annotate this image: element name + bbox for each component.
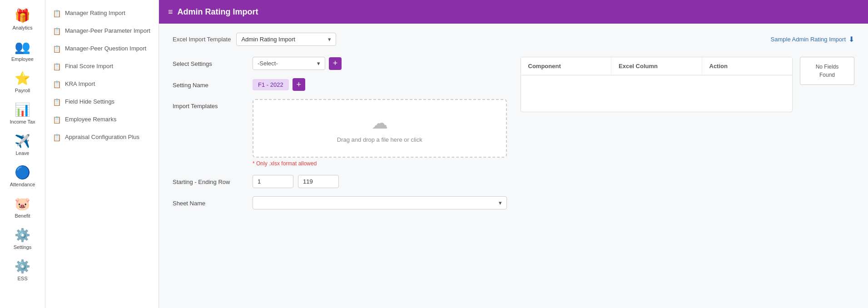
content-area: Excel Import Template Admin Rating Impor… [159, 24, 868, 308]
sample-label: Sample Admin Rating Import [771, 36, 846, 43]
cloud-upload-icon: ☁ [372, 114, 388, 133]
starting-row-input[interactable] [253, 175, 293, 188]
sidebar-icon-label-income-tax: Income Tax [10, 119, 35, 124]
header-menu-icon: ≡ [168, 7, 173, 17]
setting-name-row: Setting Name F1 - 2022 + [173, 78, 507, 91]
setting-name-badge: F1 - 2022 [253, 79, 289, 90]
sidebar-icon-benefit[interactable]: 🐷 Benefit [0, 192, 45, 223]
row-range-label: Starting - Ending Row [173, 175, 245, 185]
sidebar-icon-label-attendance: Attendance [10, 182, 35, 187]
nav-label-manager-peer-question-import: Manager-Peer Question Import [65, 45, 146, 53]
sheet-name-label: Sheet Name [173, 196, 245, 207]
sidebar-icon-analytics[interactable]: 🎁 Analytics [0, 4, 45, 35]
sidebar-icon-income-tax[interactable]: 📊 Income Tax [0, 98, 45, 129]
sidebar-nav-kra-import[interactable]: 📋 KRA Import [45, 75, 159, 93]
nav-icon-manager-peer-question-import: 📋 [53, 45, 61, 53]
sidebar-nav-manager-peer-parameter-import[interactable]: 📋 Manager-Peer Parameter Import [45, 22, 159, 40]
setting-name-label: Setting Name [173, 78, 245, 89]
template-label: Excel Import Template [173, 36, 231, 43]
select-settings-dropdown[interactable]: -Select- ▾ [253, 57, 325, 70]
right-panel-area: Component Excel Column Action No Fields … [521, 57, 855, 112]
nav-label-manager-peer-parameter-import: Manager-Peer Parameter Import [65, 27, 150, 35]
sheet-name-row: Sheet Name ▾ [173, 196, 507, 209]
download-icon: ⬇ [848, 35, 854, 44]
sample-link[interactable]: Sample Admin Rating Import ⬇ [771, 35, 854, 44]
nav-label-field-hide-settings: Field Hide Settings [65, 98, 114, 106]
add-setting-button[interactable]: + [329, 57, 342, 70]
nav-icon-manager-rating-import: 📋 [53, 10, 61, 18]
template-chevron-icon: ▾ [328, 36, 331, 43]
top-bar-left: Excel Import Template Admin Rating Impor… [173, 33, 336, 46]
select-settings-controls: -Select- ▾ + [253, 57, 507, 70]
nav-icon-field-hide-settings: 📋 [53, 98, 61, 106]
template-value: Admin Rating Import [241, 36, 295, 43]
col-action: Action [702, 57, 793, 75]
col-component: Component [521, 57, 612, 75]
sidebar-nav-field-hide-settings[interactable]: 📋 Field Hide Settings [45, 93, 159, 111]
settings-icon: ⚙️ [15, 228, 30, 243]
sidebar-icon-label-ess: ESS [17, 276, 27, 281]
import-templates-row: Import Templates ☁ Drag and drop a file … [173, 99, 507, 167]
benefit-icon: 🐷 [15, 196, 30, 211]
import-templates-label: Import Templates [173, 99, 245, 109]
nav-label-appraisal-configuration-plus: Appraisal Configuration Plus [65, 133, 139, 141]
nav-icon-manager-peer-parameter-import: 📋 [53, 27, 61, 35]
table-header: Component Excel Column Action [521, 57, 793, 75]
sidebar-nav-final-score-import[interactable]: 📋 Final Score Import [45, 58, 159, 75]
ess-icon: ⚙️ [15, 259, 30, 274]
row-inputs [253, 175, 507, 188]
sidebar-nav-manager-peer-question-import[interactable]: 📋 Manager-Peer Question Import [45, 40, 159, 58]
file-upload-area[interactable]: ☁ Drag and drop a file here or click [253, 99, 507, 158]
sidebar-nav-employee-remarks[interactable]: 📋 Employee Remarks [45, 111, 159, 129]
income-tax-icon: 📊 [15, 102, 30, 117]
nav-label-final-score-import: Final Score Import [65, 62, 113, 70]
employee-icon: 👥 [15, 40, 30, 55]
mapping-table: Component Excel Column Action [521, 57, 793, 112]
page-title: Admin Rating Import [178, 7, 258, 17]
top-bar: Excel Import Template Admin Rating Impor… [173, 33, 854, 46]
main-content: ≡ Admin Rating Import Excel Import Templ… [159, 0, 868, 308]
sidebar-icon-employee[interactable]: 👥 Employee [0, 35, 45, 66]
sidebar-icon-label-payroll: Payroll [15, 88, 30, 93]
nav-label-kra-import: KRA Import [65, 80, 95, 88]
sheet-name-dropdown[interactable]: ▾ [253, 196, 507, 209]
sidebar-icon-label-employee: Employee [11, 56, 34, 62]
row-range-row: Starting - Ending Row [173, 175, 507, 188]
sidebar-icons: 🎁 Analytics 👥 Employee ⭐ Payroll 📊 Incom… [0, 0, 45, 308]
select-settings-label: Select Settings [173, 57, 245, 67]
page-header: ≡ Admin Rating Import [159, 0, 868, 24]
nav-icon-employee-remarks: 📋 [53, 116, 61, 124]
table-body [521, 75, 793, 112]
analytics-icon: 🎁 [15, 8, 30, 23]
nav-icon-kra-import: 📋 [53, 80, 61, 89]
nav-label-manager-rating-import: Manager Rating Import [65, 9, 125, 17]
add-setting-name-button[interactable]: + [293, 78, 305, 91]
no-fields-text: No Fields Found [816, 64, 839, 78]
leave-icon: ✈️ [15, 134, 30, 149]
col-excel-column: Excel Column [611, 57, 702, 75]
template-dropdown[interactable]: Admin Rating Import ▾ [236, 33, 336, 46]
select-settings-value: -Select- [258, 60, 278, 67]
sidebar-secondary: 📋 Manager Rating Import 📋 Manager-Peer P… [45, 0, 159, 308]
nav-label-employee-remarks: Employee Remarks [65, 115, 116, 124]
sidebar-icon-label-leave: Leave [16, 150, 30, 156]
sidebar-nav-manager-rating-import[interactable]: 📋 Manager Rating Import [45, 5, 159, 22]
sidebar-icon-label-analytics: Analytics [12, 25, 32, 30]
sidebar-nav-appraisal-configuration-plus[interactable]: 📋 Appraisal Configuration Plus [45, 129, 159, 146]
payroll-icon: ⭐ [15, 71, 30, 86]
ending-row-input[interactable] [298, 175, 339, 188]
select-settings-row: Select Settings -Select- ▾ + [173, 57, 507, 70]
sidebar-icon-settings[interactable]: ⚙️ Settings [0, 223, 45, 254]
sidebar-icon-payroll[interactable]: ⭐ Payroll [0, 66, 45, 98]
file-note: * Only .xlsx format allowed [253, 160, 507, 167]
attendance-icon: 🔵 [15, 165, 30, 180]
sheet-name-chevron-icon: ▾ [499, 199, 502, 206]
nav-icon-final-score-import: 📋 [53, 63, 61, 71]
sidebar-icon-leave[interactable]: ✈️ Leave [0, 129, 45, 160]
nav-icon-appraisal-configuration-plus: 📋 [53, 134, 61, 142]
drop-text: Drag and drop a file here or click [337, 136, 422, 143]
sidebar-icon-attendance[interactable]: 🔵 Attendance [0, 160, 45, 192]
no-fields-box: No Fields Found [800, 57, 854, 85]
sidebar-icon-ess[interactable]: ⚙️ ESS [0, 254, 45, 286]
sidebar-icon-label-benefit: Benefit [15, 213, 30, 219]
